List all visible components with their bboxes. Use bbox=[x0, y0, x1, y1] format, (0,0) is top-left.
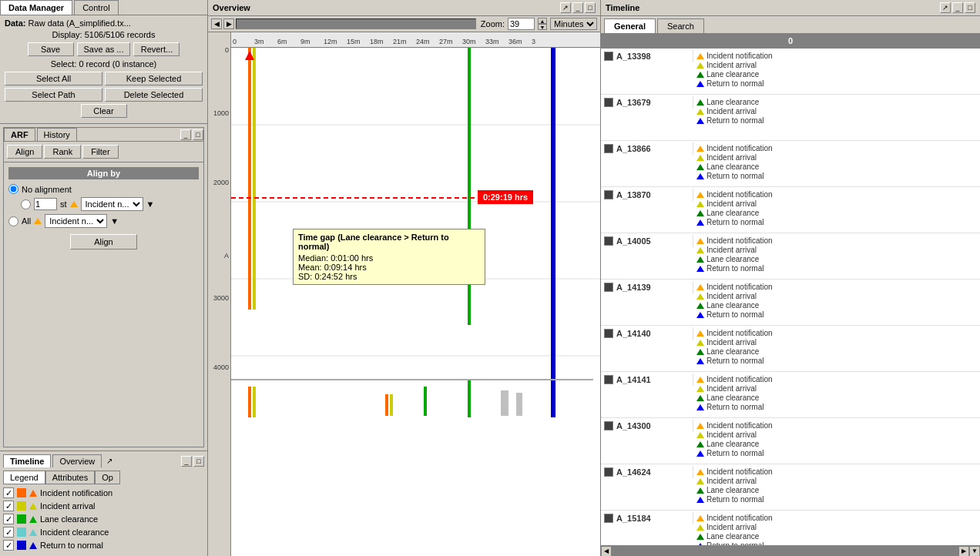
timeline-minimize[interactable]: _ bbox=[952, 2, 963, 13]
align-button[interactable]: Align bbox=[70, 234, 136, 250]
align-nth-radio[interactable] bbox=[21, 199, 31, 209]
align-all-radio[interactable] bbox=[8, 216, 18, 226]
legend-tab-op[interactable]: Op bbox=[95, 471, 120, 484]
row-cb-A13679[interactable] bbox=[604, 98, 613, 107]
overview-minimize[interactable]: _ bbox=[572, 2, 583, 13]
align-section: Align by No alignment st Incident n... ▼… bbox=[4, 162, 203, 254]
align-no-alignment-label: No alignment bbox=[22, 185, 72, 194]
timeline-content: 0 A_13398 Incident notification Incident… bbox=[601, 33, 980, 556]
table-row: A_13866 Incident notification Incident a… bbox=[601, 141, 980, 187]
list-item: Lane clearance bbox=[696, 440, 977, 448]
save-as-button[interactable]: Save as ... bbox=[77, 42, 131, 56]
filter-tab-btn[interactable]: Filter bbox=[82, 145, 118, 159]
zoom-down[interactable]: ▼ bbox=[538, 24, 547, 30]
list-item: Return to normal bbox=[696, 541, 977, 545]
svg-rect-21 bbox=[516, 393, 522, 416]
clear-button[interactable]: Clear bbox=[81, 104, 127, 118]
zoom-input[interactable]: 39 bbox=[508, 18, 535, 30]
list-item: Return to normal bbox=[696, 116, 977, 125]
tab-timeline-bottom[interactable]: Timeline bbox=[3, 454, 51, 467]
row-cb-A14005[interactable] bbox=[604, 236, 613, 246]
row-cb-A14300[interactable] bbox=[604, 421, 613, 430]
data-label: Data: Raw data (A_simplified.tx... bbox=[5, 18, 203, 28]
legend-cb-2[interactable]: ✓ bbox=[3, 514, 14, 524]
ts-left[interactable]: ◀ bbox=[601, 546, 612, 557]
legend-tab-legend[interactable]: Legend bbox=[3, 471, 45, 484]
list-item: Incident arrival bbox=[696, 153, 977, 162]
events-A14624: Incident notification Incident arrival L… bbox=[693, 466, 980, 505]
tm-18m: 18m bbox=[370, 38, 384, 45]
align-tab-btn[interactable]: Align bbox=[7, 145, 42, 159]
tab-overview-bottom[interactable]: Overview bbox=[52, 454, 102, 467]
list-item: Lane clearance bbox=[696, 255, 977, 263]
nav-right[interactable]: ▶ bbox=[223, 18, 234, 29]
delete-selected-button[interactable]: Delete Selected bbox=[105, 88, 203, 102]
row-cb-A15184[interactable] bbox=[604, 514, 613, 523]
row-cb-A14140[interactable] bbox=[604, 329, 613, 338]
overview-maximize[interactable]: □ bbox=[585, 2, 596, 13]
timeline-maximize[interactable]: □ bbox=[965, 2, 975, 13]
ts-right[interactable]: ▶ bbox=[958, 546, 969, 557]
row-cb-A14624[interactable] bbox=[604, 467, 613, 477]
list-item: Incident arrival bbox=[696, 523, 977, 531]
list-item: Incident notification bbox=[696, 144, 977, 152]
data-value: Raw data (A_simplified.tx... bbox=[29, 18, 131, 28]
row-cb-A14139[interactable] bbox=[604, 283, 613, 292]
keep-selected-button[interactable]: Keep Selected bbox=[105, 72, 203, 85]
incident-notification-icon bbox=[696, 515, 704, 521]
row-cb-A13398[interactable] bbox=[604, 52, 613, 61]
svg-rect-14 bbox=[253, 387, 256, 417]
align-event-select-2[interactable]: Incident n... bbox=[45, 214, 107, 228]
list-item: Incident notification bbox=[696, 467, 977, 476]
ts-scroll-down[interactable]: ▼ bbox=[969, 546, 980, 557]
legend-tab-attributes[interactable]: Attributes bbox=[45, 471, 95, 484]
zoom-arrows: ▲ ▼ bbox=[538, 18, 547, 30]
return-to-normal-icon bbox=[696, 219, 704, 226]
list-item: Lane clearance bbox=[696, 70, 977, 79]
overview-restore[interactable]: ↗ bbox=[560, 2, 571, 13]
select-path-button[interactable]: Select Path bbox=[5, 88, 102, 102]
timeline-restore[interactable]: ↗ bbox=[940, 2, 951, 13]
tab-control[interactable]: Control bbox=[74, 0, 118, 15]
expand-icon[interactable]: ↗ bbox=[106, 457, 112, 465]
save-button[interactable]: Save bbox=[28, 42, 74, 56]
row-cb-A14141[interactable] bbox=[604, 375, 613, 384]
legend-rect-2 bbox=[17, 514, 26, 524]
zoom-up[interactable]: ▲ bbox=[538, 18, 547, 24]
arf-maximize[interactable]: □ bbox=[193, 129, 203, 140]
row-cb-A13866[interactable] bbox=[604, 144, 613, 153]
legend-cb-3[interactable]: ✓ bbox=[3, 527, 14, 538]
incident-arrival-icon bbox=[696, 432, 704, 438]
arf-history-section: ARF History _ □ Align Rank Filter Align … bbox=[3, 127, 204, 447]
tab-general[interactable]: General bbox=[604, 18, 656, 33]
timeline-rows[interactable]: A_13398 Incident notification Incident a… bbox=[601, 49, 980, 545]
tab-search[interactable]: Search bbox=[657, 18, 704, 33]
chart-content-area[interactable]: 0 3m 6m 9m 12m 15m 18m 21m 24m 27m 30m 3… bbox=[231, 32, 600, 556]
table-row: A_14140 Incident notification Incident a… bbox=[601, 326, 980, 372]
list-item: Incident notification bbox=[696, 52, 977, 60]
align-event-select-1[interactable]: Incident n... bbox=[81, 197, 143, 211]
align-nth-input[interactable] bbox=[34, 198, 57, 210]
legend-cb-4[interactable]: ✓ bbox=[3, 540, 14, 551]
incident-notification-icon bbox=[696, 423, 704, 429]
select-all-button[interactable]: Select All bbox=[5, 72, 102, 85]
nav-left[interactable]: ◀ bbox=[211, 18, 222, 29]
arf-minimize[interactable]: _ bbox=[180, 129, 191, 140]
incident-notification-icon bbox=[696, 192, 704, 198]
row-cb-A13870[interactable] bbox=[604, 190, 613, 199]
row-label-A14624: A_14624 bbox=[601, 466, 693, 478]
tab-history[interactable]: History bbox=[37, 128, 77, 141]
tab-arf[interactable]: ARF bbox=[4, 128, 35, 141]
events-A14139: Incident notification Incident arrival L… bbox=[693, 281, 980, 320]
overview-scrollbar[interactable] bbox=[236, 18, 476, 29]
legend-cb-1[interactable]: ✓ bbox=[3, 501, 14, 511]
legend-cb-0[interactable]: ✓ bbox=[3, 487, 14, 498]
revert-button[interactable]: Revert... bbox=[133, 42, 180, 56]
tab-data-manager[interactable]: Data Manager bbox=[0, 0, 72, 15]
ts-track[interactable] bbox=[612, 546, 958, 557]
align-no-alignment-radio[interactable] bbox=[8, 184, 18, 194]
bottom-minimize[interactable]: _ bbox=[181, 456, 192, 467]
bottom-maximize[interactable]: □ bbox=[193, 456, 204, 467]
rank-tab-btn[interactable]: Rank bbox=[44, 145, 81, 159]
zoom-unit-select[interactable]: Minutes Hours bbox=[550, 18, 597, 30]
